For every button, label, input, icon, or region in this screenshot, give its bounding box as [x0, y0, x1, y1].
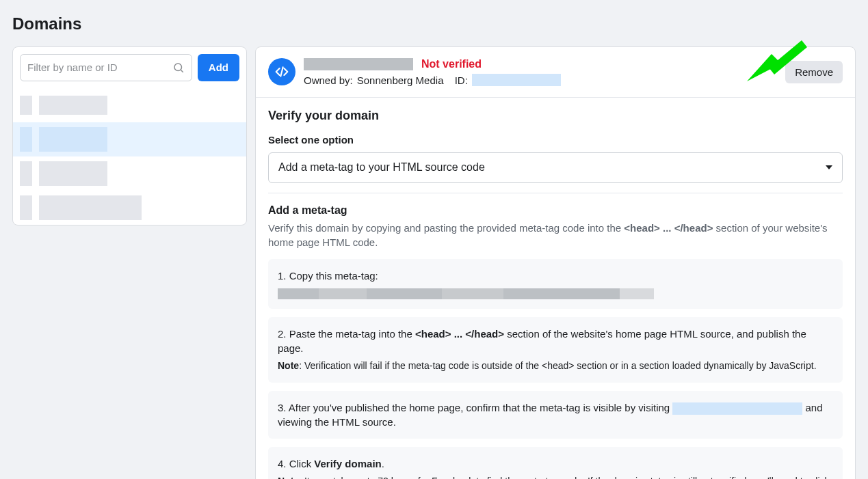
code-icon: [268, 58, 295, 85]
meta-tag-description: Verify this domain by copying and pastin…: [268, 221, 843, 249]
step-box: 4. Click Verify domain. Note: It may tak…: [268, 447, 843, 479]
add-button[interactable]: Add: [198, 54, 239, 81]
domains-sidebar: Add: [12, 46, 247, 225]
divider: [268, 193, 843, 193]
meta-tag-code-redacted: [278, 288, 833, 299]
svg-line-2: [280, 68, 282, 77]
id-label: ID:: [455, 73, 468, 87]
search-input[interactable]: [27, 61, 172, 73]
dropdown-selected-value: Add a meta-tag to your HTML source code: [278, 160, 485, 175]
select-option-label: Select one option: [268, 133, 843, 147]
step2-note: Note: Verification will fail if the meta…: [278, 359, 833, 373]
step3-text: 3. After you've published the home page,…: [278, 402, 672, 413]
step1-text: 1. Copy this meta-tag:: [278, 269, 833, 283]
page-title: Domains: [12, 12, 856, 36]
step-box: 1. Copy this meta-tag:: [268, 259, 843, 309]
chevron-down-icon: [826, 165, 832, 169]
owned-by-label: Owned by:: [304, 73, 353, 87]
step-box: 3. After you've published the home page,…: [268, 391, 843, 439]
search-field-wrap[interactable]: [20, 54, 192, 81]
remove-button[interactable]: Remove: [785, 61, 843, 83]
domain-list-item[interactable]: [13, 122, 246, 156]
verification-method-dropdown[interactable]: Add a meta-tag to your HTML source code: [268, 152, 843, 182]
domain-id-redacted: [472, 74, 561, 86]
step2-text: 2. Paste the meta-tag into the <head> ..…: [278, 327, 833, 355]
domain-list-item[interactable]: [13, 191, 246, 225]
search-icon: [172, 61, 185, 74]
step4-text: 4. Click Verify domain.: [278, 456, 833, 471]
step4-note: Note: It may take up to 72 hours for Fac…: [278, 475, 833, 479]
verify-section-title: Verify your domain: [268, 107, 843, 124]
domain-detail-panel: Not verified Owned by: Sonnenberg Media …: [255, 46, 856, 479]
step-box: 2. Paste the meta-tag into the <head> ..…: [268, 317, 843, 383]
status-badge: Not verified: [421, 57, 482, 72]
svg-point-0: [174, 64, 182, 71]
step3-url-redacted: [672, 402, 802, 415]
svg-line-1: [181, 70, 183, 72]
meta-tag-title: Add a meta-tag: [268, 203, 843, 218]
domain-list-item[interactable]: [13, 88, 246, 122]
domain-list-item[interactable]: [13, 156, 246, 191]
domain-name-redacted: [304, 58, 413, 70]
owned-by-value: Sonnenberg Media: [357, 73, 444, 87]
